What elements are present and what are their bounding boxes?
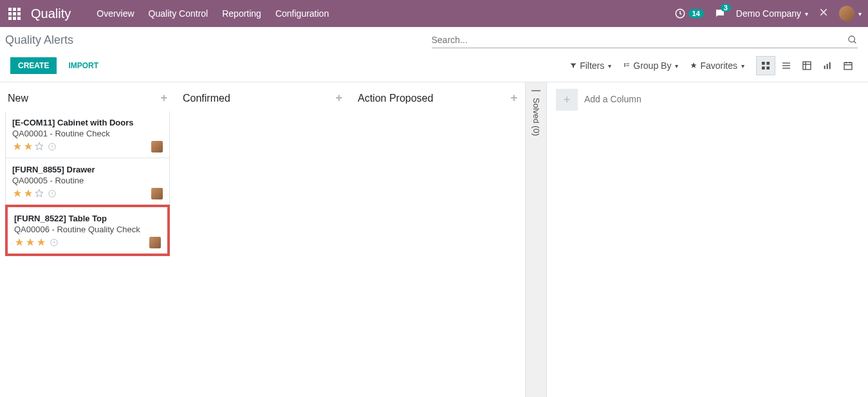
- card-footer: [12, 141, 163, 152]
- timer-badge: 14: [688, 9, 704, 18]
- search-input[interactable]: [432, 35, 848, 45]
- caret-icon: ▾: [805, 10, 808, 17]
- svg-rect-12: [824, 66, 826, 69]
- star-icon: [34, 142, 44, 152]
- view-kanban[interactable]: [756, 56, 775, 75]
- search-options: Filters ▾ Group By ▾ Favorites ▾: [569, 56, 858, 75]
- svg-rect-2: [762, 62, 765, 65]
- company-name: Demo Company: [736, 8, 801, 19]
- star-icon: [12, 142, 23, 152]
- view-pivot[interactable]: [797, 56, 817, 75]
- column-add-card[interactable]: +: [335, 91, 342, 105]
- star-icon: [23, 189, 33, 199]
- star-icon: [34, 189, 44, 199]
- kanban-card[interactable]: [FURN_8855] Drawer QA00005 - Routine: [5, 158, 170, 205]
- column-title: Action Proposed: [358, 93, 433, 104]
- kanban-column-header: Confirmed +: [180, 88, 345, 111]
- kanban-folded-solved[interactable]: Solved (0): [525, 82, 547, 397]
- apps-icon[interactable]: [6, 6, 22, 21]
- user-menu[interactable]: ▾: [839, 6, 862, 21]
- kanban-card[interactable]: [E-COM11] Cabinet with Doors QA00001 - R…: [5, 111, 170, 158]
- column-add-card[interactable]: +: [160, 91, 167, 105]
- view-calendar[interactable]: [838, 56, 858, 75]
- nav-overview[interactable]: Overview: [97, 8, 134, 19]
- svg-rect-6: [782, 62, 790, 63]
- nav-menu: Overview Quality Control Reporting Confi…: [97, 8, 329, 19]
- column-add-card[interactable]: +: [510, 91, 517, 105]
- svg-rect-5: [766, 66, 770, 69]
- app-brand[interactable]: Quality: [31, 6, 71, 21]
- svg-rect-8: [782, 68, 790, 68]
- list-icon: [781, 60, 791, 71]
- company-switcher[interactable]: Demo Company ▾: [736, 8, 808, 19]
- card-footer: [12, 188, 163, 199]
- caret-icon: ▾: [858, 10, 862, 17]
- chat-badge: 3: [721, 4, 731, 12]
- filters-dropdown[interactable]: Filters ▾: [569, 60, 611, 71]
- filter-icon: [569, 62, 577, 69]
- debug-close[interactable]: [818, 7, 829, 20]
- nav-right: 14 3 Demo Company ▾ ▾: [674, 6, 862, 21]
- timer-widget[interactable]: 14: [674, 8, 704, 19]
- breadcrumb: Quality Alerts: [5, 33, 73, 47]
- card-subtitle: QA00005 - Routine: [12, 176, 163, 185]
- nav-reporting[interactable]: Reporting: [222, 8, 261, 19]
- caret-icon: ▾: [675, 62, 678, 69]
- timer-icon: [674, 8, 686, 19]
- card-title: [FURN_8855] Drawer: [12, 165, 163, 174]
- column-title: New: [8, 93, 28, 104]
- svg-rect-9: [803, 62, 811, 69]
- column-title: Confirmed: [183, 93, 230, 104]
- close-icon: [818, 7, 829, 17]
- star-icon: [25, 237, 35, 248]
- priority-stars[interactable]: [12, 142, 57, 152]
- star-icon: [14, 237, 24, 248]
- svg-rect-7: [782, 65, 790, 66]
- clock-icon: [50, 238, 59, 247]
- kanban-column: New + [E-COM11] Cabinet with Doors QA000…: [0, 82, 175, 397]
- card-subtitle: QA00006 - Routine Quality Check: [14, 225, 161, 234]
- clock-icon: [48, 189, 57, 198]
- navbar: Quality Overview Quality Control Reporti…: [0, 0, 868, 27]
- svg-rect-13: [827, 64, 828, 69]
- favorites-dropdown[interactable]: Favorites ▾: [690, 60, 744, 71]
- star-icon: [23, 142, 33, 152]
- svg-rect-3: [766, 62, 770, 65]
- kanban-icon: [761, 60, 771, 71]
- kanban-column-header: Action Proposed +: [355, 88, 520, 111]
- create-button[interactable]: CREATE: [10, 57, 57, 74]
- svg-point-1: [849, 36, 854, 42]
- priority-stars[interactable]: [12, 189, 57, 199]
- card-subtitle: QA00001 - Routine Check: [12, 129, 163, 138]
- assignee-avatar[interactable]: [151, 141, 163, 152]
- import-button[interactable]: IMPORT: [60, 57, 106, 74]
- chat-widget[interactable]: 3: [714, 8, 726, 19]
- priority-stars[interactable]: [14, 237, 59, 248]
- kanban-card[interactable]: [FURN_8522] Table Top QA00006 - Routine …: [5, 205, 170, 256]
- kanban-board: New + [E-COM11] Cabinet with Doors QA000…: [0, 82, 868, 397]
- caret-icon: ▾: [608, 62, 611, 69]
- nav-quality-control[interactable]: Quality Control: [149, 8, 208, 19]
- search-icon[interactable]: [847, 35, 858, 45]
- card-title: [E-COM11] Cabinet with Doors: [12, 118, 163, 127]
- groupby-icon: [623, 62, 631, 69]
- view-graph[interactable]: [818, 56, 837, 75]
- folded-title: Solved (0): [531, 98, 541, 136]
- favorites-label: Favorites: [700, 60, 737, 71]
- pivot-icon: [802, 60, 812, 71]
- add-column-input[interactable]: [584, 89, 697, 109]
- kanban-column: Confirmed +: [175, 82, 350, 397]
- card-title: [FURN_8522] Table Top: [14, 214, 161, 223]
- kanban-column: Action Proposed +: [350, 82, 525, 397]
- add-column-button[interactable]: +: [556, 89, 578, 111]
- assignee-avatar[interactable]: [151, 188, 163, 199]
- avatar: [839, 6, 854, 21]
- view-list[interactable]: [777, 56, 796, 75]
- filters-label: Filters: [580, 60, 604, 71]
- caret-icon: ▾: [741, 62, 744, 69]
- nav-configuration[interactable]: Configuration: [275, 8, 329, 19]
- groupby-dropdown[interactable]: Group By ▾: [623, 60, 678, 71]
- search-area: [432, 32, 858, 48]
- assignee-avatar[interactable]: [149, 237, 161, 248]
- svg-rect-14: [829, 62, 831, 69]
